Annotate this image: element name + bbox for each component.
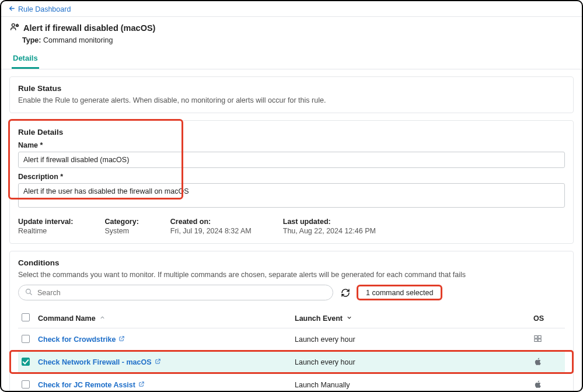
category-label: Category: — [104, 218, 138, 226]
rule-details-title: Rule Details — [18, 128, 565, 136]
windows-icon — [533, 334, 542, 343]
row-checkbox[interactable] — [22, 380, 30, 388]
external-link-icon — [155, 358, 161, 366]
sort-asc-icon — [99, 314, 106, 321]
external-link-icon — [118, 335, 125, 344]
arrow-left-icon — [8, 5, 16, 14]
command-search-input[interactable] — [36, 288, 327, 298]
category-value: System — [104, 227, 138, 235]
chevron-down-icon — [346, 314, 352, 321]
command-name: Check for Crowdstrike — [38, 335, 116, 344]
conditions-desc: Select the commands you want to monitor.… — [18, 271, 565, 279]
apple-icon — [533, 380, 542, 388]
table-row[interactable]: Check for CrowdstrikeLaunch every hour — [18, 328, 565, 351]
col-command-name[interactable]: Command Name — [34, 309, 291, 328]
name-field[interactable] — [18, 152, 565, 168]
conditions-title: Conditions — [18, 258, 565, 267]
command-search-box[interactable] — [18, 285, 333, 300]
users-gear-icon — [9, 22, 20, 34]
table-row[interactable]: Check Network Firewall - macOSLaunch eve… — [18, 351, 565, 374]
command-link[interactable]: Check for JC Remote Assist — [38, 381, 145, 389]
command-name: Check for JC Remote Assist — [38, 381, 135, 389]
svg-point-1 — [12, 24, 15, 27]
type-label: Type: — [22, 36, 41, 44]
row-checkbox[interactable] — [22, 335, 30, 343]
command-name: Check Network Firewall - macOS — [38, 358, 152, 366]
select-all-checkbox[interactable] — [22, 313, 30, 321]
refresh-button[interactable] — [340, 288, 351, 298]
svg-line-4 — [30, 293, 32, 295]
update-interval-value: Realtime — [18, 227, 73, 235]
last-updated-value: Thu, Aug 22, 2024 12:46 PM — [283, 227, 376, 235]
svg-rect-7 — [535, 339, 537, 341]
type-value: Command monitoring — [43, 36, 113, 44]
page-title: Alert if firewall disabled (macOS) — [23, 23, 155, 33]
breadcrumb-label: Rule Dashboard — [18, 5, 71, 13]
selected-count-text: 1 command selected — [362, 288, 437, 298]
created-on-label: Created on: — [170, 218, 252, 226]
svg-rect-6 — [538, 336, 541, 338]
external-link-icon — [138, 381, 145, 389]
launch-event-value: Launch every hour — [291, 351, 530, 374]
created-on-value: Fri, Jul 19, 2024 8:32 AM — [170, 227, 252, 235]
svg-rect-5 — [535, 336, 537, 338]
command-link[interactable]: Check for Crowdstrike — [38, 335, 125, 344]
description-field[interactable]: Alert if the user has disabled the firew… — [18, 183, 565, 208]
row-checkbox[interactable] — [22, 358, 30, 366]
update-interval-label: Update interval: — [18, 218, 73, 226]
rule-status-desc: Enable the Rule to generate alerts. When… — [18, 96, 565, 104]
refresh-icon — [341, 288, 350, 298]
breadcrumb-back-link[interactable]: Rule Dashboard — [8, 5, 71, 14]
table-row[interactable]: Check for JC Remote AssistLaunch Manuall… — [18, 374, 565, 393]
col-os: OS — [530, 309, 565, 328]
svg-rect-8 — [538, 339, 541, 341]
name-field-label: Name * — [18, 141, 565, 149]
launch-event-value: Launch every hour — [291, 328, 530, 351]
col-launch-event[interactable]: Launch Event — [291, 309, 530, 328]
rule-status-title: Rule Status — [18, 84, 565, 93]
apple-icon — [533, 357, 542, 366]
search-icon — [25, 288, 33, 298]
description-field-label: Description * — [18, 173, 565, 181]
launch-event-value: Launch Manually — [291, 374, 530, 393]
last-updated-label: Last updated: — [283, 218, 376, 226]
tab-details[interactable]: Details — [12, 49, 39, 69]
command-link[interactable]: Check Network Firewall - macOS — [38, 358, 161, 366]
